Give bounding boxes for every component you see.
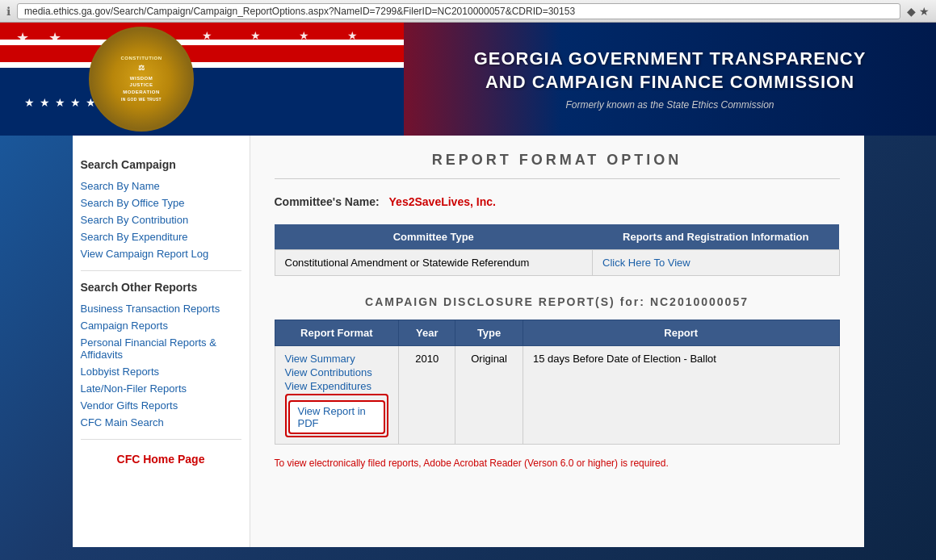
header-subtitle: Formerly known as the State Ethics Commi…	[428, 99, 912, 111]
sidebar-item-search-by-office-type[interactable]: Search By Office Type	[81, 194, 241, 211]
disclosure-filer-id: NC2010000057	[650, 295, 749, 308]
browser-bar: ℹ media.ethics.ga.gov/Search/Campaign/Ca…	[0, 0, 936, 23]
sidebar-divider-1	[81, 270, 241, 271]
report-links: View Summary View Contributions View Exp…	[285, 353, 389, 437]
sidebar-item-search-by-expenditure[interactable]: Search By Expenditure	[81, 228, 241, 245]
sidebar-item-late-non-filer-reports[interactable]: Late/Non-Filer Reports	[81, 380, 241, 397]
address-bar[interactable]: media.ethics.ga.gov/Search/Campaign/Camp…	[17, 3, 900, 19]
view-report-in-pdf-button[interactable]: View Report in PDF	[288, 400, 386, 434]
page-title: REPORT FORMAT OPTION	[275, 152, 840, 179]
sidebar: Search Campaign Search By Name Search By…	[73, 136, 250, 547]
sidebar-item-cfc-main-search[interactable]: CFC Main Search	[81, 414, 241, 431]
report-type-cell: Original	[455, 346, 523, 445]
report-col-type: Type	[455, 320, 523, 346]
disclosure-prefix: CAMPAIGN DISCLOSURE REPORT(S) for:	[365, 295, 645, 308]
search-campaign-title: Search Campaign	[81, 158, 241, 171]
main-container: Search Campaign Search By Name Search By…	[73, 136, 864, 547]
committee-label: Committee's Name:	[275, 195, 380, 208]
url-text: media.ethics.ga.gov/Search/Campaign/Camp…	[24, 6, 575, 17]
sidebar-item-campaign-reports[interactable]: Campaign Reports	[81, 317, 241, 334]
georgia-seal: CONSTITUTION ⚖ WISDOM JUSTICE MODERATION…	[89, 27, 194, 132]
committee-name-row: Committee's Name: Yes2SaveLives, Inc.	[275, 195, 840, 208]
committee-type-cell: Constitutional Amendment or Statewide Re…	[275, 250, 593, 276]
search-other-title: Search Other Reports	[81, 281, 241, 294]
header-banner: ★ ★ ★ ★ ★ ★ ★ ★ ★ CONSTITUTION ⚖ WISDOM …	[0, 23, 936, 136]
refresh-button[interactable]: ◆	[907, 5, 916, 18]
view-summary-link[interactable]: View Summary	[285, 353, 389, 365]
report-format-cell: View Summary View Contributions View Exp…	[275, 346, 399, 445]
committee-type-table: Committee Type Reports and Registration …	[275, 224, 840, 276]
header-title: GEORGIA GOVERNMENT TRANSPARENCY AND CAMP…	[428, 48, 912, 94]
sidebar-item-personal-financial-reports[interactable]: Personal Financial Reports & Affidavits	[81, 334, 241, 363]
report-year-cell: 2010	[399, 346, 455, 445]
pdf-btn-wrapper: View Report in PDF	[285, 394, 389, 437]
report-row: View Summary View Contributions View Exp…	[275, 346, 839, 445]
sidebar-item-view-campaign-report-log[interactable]: View Campaign Report Log	[81, 245, 241, 262]
view-contributions-link[interactable]: View Contributions	[285, 366, 389, 378]
browser-actions: ◆ ★	[907, 5, 930, 18]
sidebar-item-search-by-contribution[interactable]: Search By Contribution	[81, 211, 241, 228]
notice-text: To view electronically filed reports, Ad…	[275, 458, 840, 469]
committee-value: Yes2SaveLives, Inc.	[389, 195, 496, 208]
flag-area: ★ ★ ★ ★ ★ ★ ★ ★ ★ CONSTITUTION ⚖ WISDOM …	[0, 23, 404, 136]
info-icon: ℹ	[6, 5, 10, 18]
content-area: REPORT FORMAT OPTION Committee's Name: Y…	[250, 136, 864, 547]
report-col-report: Report	[523, 320, 839, 346]
click-here-to-view-cell: Click Here To View	[593, 250, 839, 276]
header-title-area: GEORGIA GOVERNMENT TRANSPARENCY AND CAMP…	[404, 31, 936, 126]
col-reports-registration: Reports and Registration Information	[593, 224, 839, 250]
disclosure-subtitle: CAMPAIGN DISCLOSURE REPORT(S) for: NC201…	[275, 295, 840, 308]
sidebar-item-vendor-gifts-reports[interactable]: Vendor Gifts Reports	[81, 397, 241, 414]
sidebar-item-search-by-name[interactable]: Search By Name	[81, 178, 241, 194]
click-here-to-view-link[interactable]: Click Here To View	[602, 257, 690, 269]
report-col-format: Report Format	[275, 320, 399, 346]
view-expenditures-link[interactable]: View Expenditures	[285, 380, 389, 392]
col-committee-type: Committee Type	[275, 224, 593, 250]
committee-type-row: Constitutional Amendment or Statewide Re…	[275, 250, 839, 276]
report-col-year: Year	[399, 320, 455, 346]
cfc-home-page-link[interactable]: CFC Home Page	[81, 453, 241, 466]
sidebar-item-lobbyist-reports[interactable]: Lobbyist Reports	[81, 363, 241, 380]
sidebar-divider-2	[81, 439, 241, 440]
sidebar-item-business-transaction-reports[interactable]: Business Transaction Reports	[81, 300, 241, 317]
report-description-cell: 15 days Before Date of Election - Ballot	[523, 346, 839, 445]
report-table: Report Format Year Type Report View Summ…	[275, 320, 840, 445]
header-title-line2: AND CAMPAIGN FINANCE COMMISSION	[485, 72, 854, 92]
star-button[interactable]: ★	[919, 5, 930, 18]
seal-content: CONSTITUTION ⚖ WISDOM JUSTICE MODERATION…	[121, 56, 162, 102]
header-title-line1: GEORGIA GOVERNMENT TRANSPARENCY	[474, 48, 867, 69]
